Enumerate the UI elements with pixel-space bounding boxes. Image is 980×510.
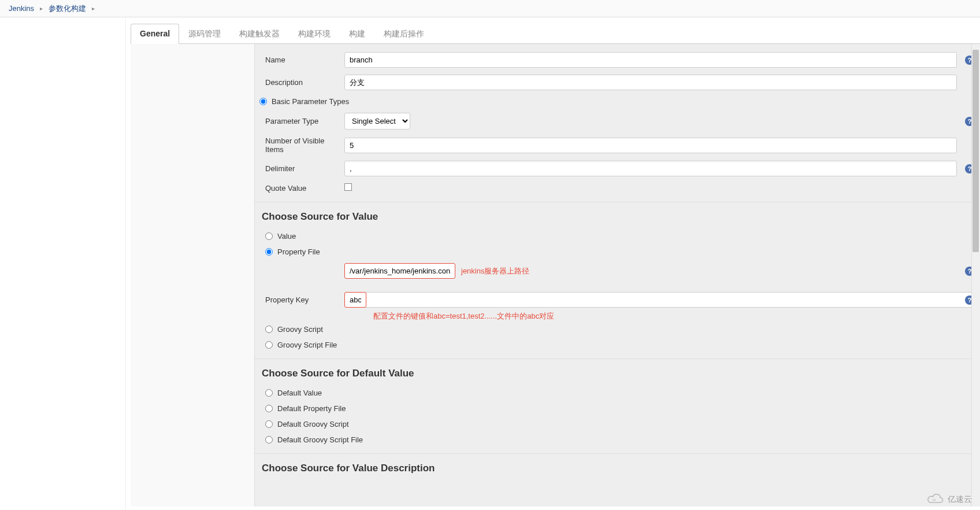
default-property-file-label: Default Property File	[277, 404, 346, 413]
config-tabs: General 源码管理 构建触发器 构建环境 构建 构建后操作	[131, 23, 980, 44]
source-desc-heading: Choose Source for Value Description	[255, 454, 980, 480]
default-groovy-file-label: Default Groovy Script File	[277, 435, 363, 444]
tab-build[interactable]: 构建	[340, 24, 374, 44]
source-property-file-radio[interactable]	[265, 248, 273, 256]
property-file-input[interactable]	[344, 263, 455, 279]
default-property-file-radio[interactable]	[265, 405, 273, 412]
source-value-label: Value	[277, 232, 296, 241]
property-key-input[interactable]	[344, 292, 366, 308]
breadcrumb-home[interactable]: Jenkins	[9, 4, 34, 13]
source-property-file-label: Property File	[277, 247, 320, 256]
quote-value-label: Quote Value	[255, 184, 344, 193]
visible-items-label: Number of Visible Items	[255, 136, 344, 154]
breadcrumb-job[interactable]: 参数化构建	[49, 3, 86, 14]
property-key-label: Property Key	[255, 295, 344, 304]
quote-value-checkbox[interactable]	[344, 183, 352, 191]
description-input[interactable]	[344, 75, 957, 90]
source-default-heading: Choose Source for Default Value	[255, 359, 980, 385]
annotation-config-key: 配置文件的键值和abc=test1,test2......文件中的abc对应	[373, 311, 554, 321]
source-groovy-label: Groovy Script	[277, 325, 323, 334]
source-groovy-radio[interactable]	[265, 326, 273, 333]
form-column: Name ? Description Basic Parame	[255, 44, 980, 507]
name-input[interactable]	[344, 52, 957, 68]
parameter-type-label: Parameter Type	[255, 117, 344, 125]
default-value-label: Default Value	[277, 389, 322, 397]
default-groovy-file-radio[interactable]	[265, 436, 273, 444]
breadcrumb-sep-icon: ▸	[86, 5, 101, 12]
drag-handle-column[interactable]	[131, 44, 255, 507]
description-label: Description	[255, 78, 344, 87]
svg-text:∞: ∞	[933, 497, 936, 502]
tab-general[interactable]: General	[131, 24, 179, 44]
tab-env[interactable]: 构建环境	[289, 24, 340, 44]
parameter-type-select[interactable]: Single Select	[344, 113, 410, 130]
left-sidebar	[0, 17, 126, 510]
source-value-heading: Choose Source for Value	[255, 202, 980, 228]
default-groovy-radio[interactable]	[265, 420, 273, 428]
annotation-server-path: jenkins服务器上路径	[461, 266, 529, 276]
cloud-icon: ∞	[926, 494, 945, 505]
default-groovy-label: Default Groovy Script	[277, 420, 349, 428]
vertical-scrollbar[interactable]	[971, 44, 980, 507]
basic-parameter-types-label: Basic Parameter Types	[272, 97, 349, 106]
tab-triggers[interactable]: 构建触发器	[230, 24, 289, 44]
source-groovy-file-label: Groovy Script File	[277, 341, 337, 349]
tab-post[interactable]: 构建后操作	[374, 24, 433, 44]
delimiter-input[interactable]	[344, 161, 957, 176]
property-key-bg-input[interactable]	[344, 292, 980, 308]
breadcrumb-bar: Jenkins ▸ 参数化构建 ▸	[0, 0, 980, 17]
watermark: ∞ 亿速云	[926, 494, 972, 505]
delimiter-label: Delimiter	[255, 164, 344, 173]
name-label: Name	[255, 56, 344, 64]
visible-items-input[interactable]	[344, 138, 957, 153]
tab-scm[interactable]: 源码管理	[179, 24, 230, 44]
basic-parameter-types-radio[interactable]	[259, 98, 267, 105]
breadcrumb-sep-icon: ▸	[34, 5, 49, 12]
source-groovy-file-radio[interactable]	[265, 341, 273, 349]
watermark-text: 亿速云	[948, 494, 972, 505]
source-value-radio[interactable]	[265, 232, 273, 240]
default-value-radio[interactable]	[265, 389, 273, 397]
scrollbar-thumb[interactable]	[972, 50, 979, 252]
